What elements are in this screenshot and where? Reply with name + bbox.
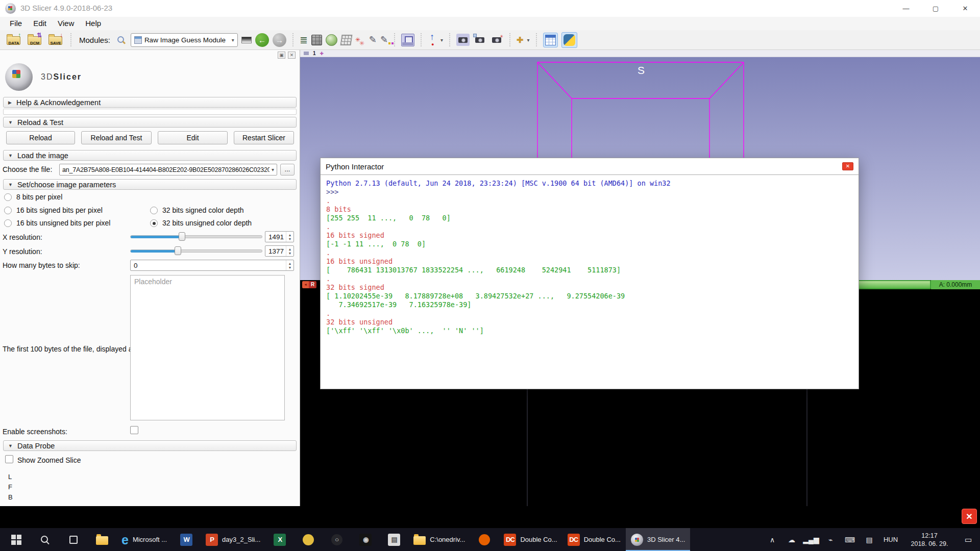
- taskbar-app[interactable]: ▤: [380, 528, 408, 551]
- close-button[interactable]: ✕: [950, 0, 980, 17]
- taskbar-app[interactable]: DC Double Co...: [562, 528, 626, 551]
- menu-item[interactable]: View: [52, 17, 80, 30]
- module-forward-button[interactable]: →: [273, 33, 286, 47]
- taskbar-app[interactable]: [2, 528, 31, 551]
- x-resolution-slider[interactable]: [130, 232, 262, 241]
- crosshair-dropdown-icon[interactable]: ▾: [527, 37, 529, 43]
- screenshot-icon[interactable]: [456, 34, 470, 46]
- transforms-module-icon[interactable]: [340, 35, 352, 45]
- bytes-skip-spinbox[interactable]: 0 ▲▼: [130, 260, 294, 271]
- bytes-preview-textarea[interactable]: Placeholder: [130, 275, 285, 420]
- taskbar-app[interactable]: e Microsoft ...: [116, 528, 172, 551]
- restart-slicer-button[interactable]: Restart Slicer: [234, 131, 294, 144]
- section-data-probe[interactable]: ▼ Data Probe: [3, 440, 297, 451]
- view-pin-icon[interactable]: [304, 52, 309, 55]
- enable-screenshots-checkbox[interactable]: [130, 426, 138, 434]
- language-indicator[interactable]: HUN: [879, 536, 902, 543]
- toolbar-separator: [449, 33, 450, 46]
- slider-handle[interactable]: [175, 246, 181, 255]
- taskbar-app[interactable]: [470, 528, 499, 551]
- tables-button[interactable]: [543, 33, 558, 47]
- browse-file-button[interactable]: ...: [280, 164, 295, 176]
- models-module-icon[interactable]: [326, 34, 337, 46]
- spin-arrows[interactable]: ▲▼: [286, 260, 293, 270]
- scene-capture-icon[interactable]: ✳: [490, 34, 503, 46]
- radio-8-bits[interactable]: 8 bits per pixel: [4, 193, 62, 201]
- reload-button[interactable]: Reload: [6, 131, 75, 144]
- module-selector-combo[interactable]: Raw Image Guess Module ▾: [131, 33, 238, 47]
- volumes-module-icon[interactable]: [311, 35, 322, 45]
- taskbar-app[interactable]: C:\onedriv...: [408, 528, 470, 551]
- taskbar-app[interactable]: [294, 528, 323, 551]
- taskbar-app[interactable]: [59, 528, 88, 551]
- python-interactor-button[interactable]: [561, 32, 577, 48]
- slider-handle[interactable]: [179, 232, 185, 241]
- taskbar-app[interactable]: P day3_2_Sli...: [201, 528, 265, 551]
- show-zoomed-slice-checkbox[interactable]: [5, 455, 13, 463]
- reload-and-test-button[interactable]: Reload and Test: [81, 131, 152, 144]
- module-search-icon[interactable]: [117, 36, 126, 44]
- section-help-acknowledgement[interactable]: ▶ Help & Acknowledgement: [3, 97, 297, 108]
- taskbar-app[interactable]: [31, 528, 59, 551]
- crosshair-icon[interactable]: ✚: [517, 35, 523, 45]
- file-combo[interactable]: an_7A2B75A808-E0B104-414404-B802E202-9B0…: [59, 164, 277, 176]
- panel-close-button[interactable]: ✕: [288, 52, 296, 59]
- radio-32-bits-unsigned[interactable]: 32 bits unsigned color depth: [150, 219, 252, 227]
- spin-arrows[interactable]: ▲▼: [286, 246, 293, 256]
- layout-selector-icon[interactable]: [401, 34, 414, 46]
- file-explorer-icon: [96, 536, 108, 545]
- taskbar-app[interactable]: X: [265, 528, 294, 551]
- taskbar-app[interactable]: ○: [323, 528, 351, 551]
- spin-arrows[interactable]: ▲▼: [286, 232, 293, 242]
- touch-keyboard-icon[interactable]: ▤: [860, 536, 879, 544]
- data-module-icon[interactable]: ≣: [300, 34, 308, 46]
- radio-16-bits-unsigned[interactable]: 16 bits unsigned bits per pixel: [4, 219, 110, 227]
- y-resolution-spinbox[interactable]: 1377 ▲▼: [265, 245, 294, 257]
- section-reload-test[interactable]: ▼ Reload & Test: [3, 117, 297, 128]
- network-signal-icon[interactable]: ▂▄▆: [801, 536, 821, 544]
- taskbar-app[interactable]: 3D Slicer 4...: [626, 528, 690, 551]
- edit-button[interactable]: Edit: [158, 131, 228, 144]
- menu-item[interactable]: Edit: [28, 17, 52, 30]
- section-load-image[interactable]: ▼ Load the image: [3, 150, 297, 161]
- menu-item[interactable]: File: [4, 17, 28, 30]
- python-console[interactable]: Python 2.7.13 (default, Jun 24 2018, 23:…: [321, 176, 859, 389]
- annotations-module-icon[interactable]: ✎: [369, 34, 377, 45]
- markups-module-icon[interactable]: ✳: [355, 36, 360, 43]
- menu-item[interactable]: Help: [80, 17, 107, 30]
- y-resolution-slider[interactable]: [130, 246, 262, 255]
- fiducial-dropdown-icon[interactable]: ▾: [440, 37, 443, 43]
- load-dicom-button[interactable]: ⇅ DCM: [26, 32, 43, 47]
- load-data-button[interactable]: ↑ DATA: [5, 32, 22, 47]
- view3d-controller-bar[interactable]: 1 ✚: [300, 50, 980, 57]
- usb-icon[interactable]: ⌁: [821, 536, 840, 544]
- view-maximize-icon[interactable]: ✚: [320, 51, 324, 56]
- taskbar-app[interactable]: DC Double Co...: [499, 528, 562, 551]
- keyboard-layout-icon[interactable]: ⌨: [840, 536, 860, 544]
- pin-icon[interactable]: ◂: [302, 281, 309, 288]
- error-close-button[interactable]: ✕: [962, 509, 977, 524]
- notification-center-icon[interactable]: ▭: [957, 535, 980, 544]
- taskbar-app[interactable]: [88, 528, 116, 551]
- onedrive-cloud-icon[interactable]: ☁: [782, 536, 801, 544]
- scene-view-icon[interactable]: [473, 34, 486, 46]
- clock[interactable]: 12:17 2018. 06. 29.: [902, 532, 957, 548]
- save-button[interactable]: ↓ SAVE: [47, 32, 64, 47]
- maximize-button[interactable]: ▢: [921, 0, 950, 17]
- taskbar-app[interactable]: ◉: [351, 528, 380, 551]
- panel-undock-button[interactable]: ▣: [278, 52, 285, 59]
- radio-32-bits-signed[interactable]: 32 bits signed color depth: [150, 206, 244, 214]
- chevron-up-icon[interactable]: ∧: [763, 536, 782, 544]
- module-history-button[interactable]: [241, 37, 252, 43]
- fiducial-placement-icon[interactable]: ↑ ●: [428, 33, 437, 47]
- minimize-button[interactable]: —: [891, 0, 921, 17]
- red-slice-controller[interactable]: ◂ R: [302, 281, 316, 288]
- x-resolution-spinbox[interactable]: 1491 ▲▼: [265, 231, 294, 242]
- module-back-button[interactable]: ←: [255, 33, 269, 47]
- python-close-button[interactable]: ✕: [842, 162, 853, 170]
- python-window-titlebar[interactable]: Python Interactor ✕: [321, 158, 859, 175]
- radio-16-bits-signed[interactable]: 16 bits signed bits per pixel: [4, 206, 103, 214]
- editor-module-icon[interactable]: ✎: [380, 34, 388, 45]
- taskbar-app[interactable]: W: [172, 528, 201, 551]
- section-image-parameters[interactable]: ▼ Set/choose image parameters: [3, 179, 297, 190]
